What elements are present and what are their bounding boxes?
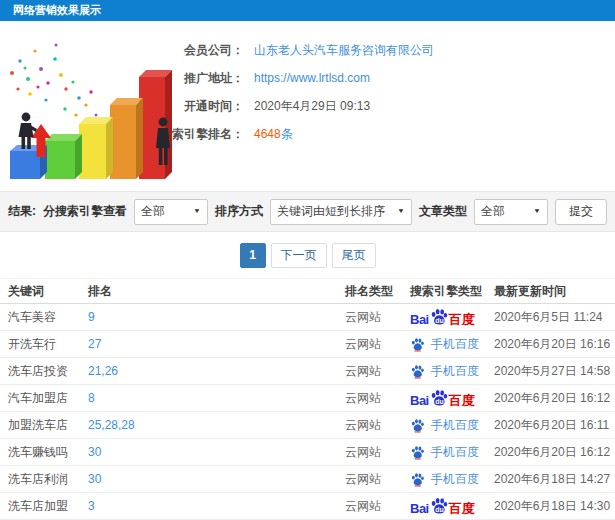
businessman-left <box>19 113 38 149</box>
table-row: 汽车美容 9 云网站 Baidu百度 2020年6月5日 11:24 <box>0 304 615 331</box>
rank-count: 4648 <box>254 127 281 141</box>
member-company-link[interactable]: 山东老人头汽车服务咨询有限公司 <box>254 42 434 59</box>
updated-cell: 2020年6月18日 14:27 <box>494 471 615 488</box>
table-row: 洗车赚钱吗 30 云网站 手机百度 2020年6月20日 16:12 <box>0 439 615 466</box>
keyword-cell: 汽车美容 <box>8 309 88 326</box>
baidu-logo: Baidu百度 <box>410 497 475 515</box>
page-1-button[interactable]: 1 <box>240 243 266 268</box>
rank-type-cell: 云网站 <box>345 498 410 515</box>
baidu-logo-bai: Bai <box>410 502 429 515</box>
mobile-baidu-label: 手机百度 <box>431 444 479 461</box>
chevron-down-icon: ▼ <box>533 208 541 215</box>
table-row: 洗车店投资 21,26 云网站 手机百度 2020年5月27日 14:58 <box>0 358 615 385</box>
table-row: 开洗车行 27 云网站 手机百度 2020年6月20日 16:16 <box>0 331 615 358</box>
table-row: 汽车加盟店 8 云网站 Baidu百度 2020年6月20日 16:12 <box>0 385 615 412</box>
updated-cell: 2020年6月20日 16:12 <box>494 444 615 461</box>
mobile-baidu-paw-icon <box>410 364 425 379</box>
sort-selected: 关键词由短到长排序 <box>277 203 385 220</box>
article-type-select[interactable]: 全部 ▼ <box>474 199 548 225</box>
keyword-cell: 洗车店加盟 <box>8 498 88 515</box>
article-type-selected: 全部 <box>481 203 505 220</box>
chevron-down-icon: ▼ <box>193 208 201 215</box>
baidu-logo-bai: Bai <box>410 394 429 407</box>
rank-link[interactable]: 9 <box>88 310 345 324</box>
engine-cell: 手机百度 <box>410 417 494 434</box>
table-header-row: 关键词 排名 排名类型 搜索引擎类型 最新更新时间 <box>0 279 615 304</box>
growth-chart-illustration <box>0 21 180 191</box>
mobile-baidu-paw-icon <box>410 445 425 460</box>
pagination: 1 下一页 尾页 <box>0 232 615 278</box>
submit-button[interactable]: 提交 <box>555 199 607 225</box>
engine-rank-value: 4648条 <box>254 126 293 143</box>
baidu-paw-icon: du <box>430 497 448 515</box>
updated-cell: 2020年6月20日 16:11 <box>494 417 615 434</box>
titlebar: 网络营销效果展示 <box>0 0 615 21</box>
rank-type-cell: 云网站 <box>345 336 410 353</box>
results-table: 关键词 排名 排名类型 搜索引擎类型 最新更新时间 汽车美容 9 云网站 Bai… <box>0 278 615 520</box>
engine-view-selected: 全部 <box>141 203 165 220</box>
keyword-cell: 洗车赚钱吗 <box>8 444 88 461</box>
engine-cell: Baidu百度 <box>410 308 494 326</box>
updated-cell: 2020年6月18日 14:30 <box>494 498 615 515</box>
baidu-logo: Baidu百度 <box>410 308 475 326</box>
filter-controls: 分搜索引擎查看 全部 ▼ 排序方式 关键词由短到长排序 ▼ 文章类型 全部 ▼ … <box>43 199 607 225</box>
last-page-button[interactable]: 尾页 <box>332 243 376 268</box>
updated-cell: 2020年6月20日 16:12 <box>494 390 615 407</box>
mobile-baidu-label: 手机百度 <box>431 417 479 434</box>
rank-link[interactable]: 30 <box>88 472 345 486</box>
table-row: 洗车店加盟 3 云网站 Baidu百度 2020年6月18日 14:30 <box>0 493 615 520</box>
engine-cell: Baidu百度 <box>410 497 494 515</box>
rank-type-cell: 云网站 <box>345 471 410 488</box>
rank-type-cell: 云网站 <box>345 417 410 434</box>
rank-type-cell: 云网站 <box>345 444 410 461</box>
sort-select[interactable]: 关键词由短到长排序 ▼ <box>270 199 412 225</box>
engine-view-select[interactable]: 全部 ▼ <box>134 199 208 225</box>
updated-cell: 2020年6月20日 16:16 <box>494 336 615 353</box>
mobile-baidu-label: 手机百度 <box>431 336 479 353</box>
article-type-label: 文章类型 <box>419 203 467 220</box>
rank-link[interactable]: 21,26 <box>88 364 345 378</box>
rank-link[interactable]: 30 <box>88 445 345 459</box>
updated-cell: 2020年5月27日 14:58 <box>494 363 615 380</box>
rank-type-cell: 云网站 <box>345 390 410 407</box>
baidu-logo: Baidu百度 <box>410 389 475 407</box>
mobile-baidu-badge: 手机百度 <box>410 363 479 380</box>
mobile-baidu-badge: 手机百度 <box>410 471 479 488</box>
header-updated: 最新更新时间 <box>494 283 615 300</box>
result-label: 结果: <box>8 203 36 220</box>
rank-type-cell: 云网站 <box>345 363 410 380</box>
table-row: 加盟洗车店 25,28,28 云网站 手机百度 2020年6月20日 16:11 <box>0 412 615 439</box>
header-rank: 排名 <box>88 283 345 300</box>
promo-url-row: 推广地址： https://www.lrtlsd.com <box>152 64 615 92</box>
baidu-logo-bai: Bai <box>410 313 429 326</box>
mobile-baidu-paw-icon <box>410 418 425 433</box>
mobile-baidu-label: 手机百度 <box>431 471 479 488</box>
engine-cell: 手机百度 <box>410 444 494 461</box>
mobile-baidu-paw-icon <box>410 472 425 487</box>
page-title: 网络营销效果展示 <box>13 4 101 16</box>
baidu-paw-icon: du <box>430 389 448 407</box>
keyword-cell: 洗车店投资 <box>8 363 88 380</box>
baidu-paw-icon: du <box>430 308 448 326</box>
rank-type-cell: 云网站 <box>345 309 410 326</box>
rank-link[interactable]: 3 <box>88 499 345 513</box>
header-rank-type: 排名类型 <box>345 283 410 300</box>
keyword-cell: 汽车加盟店 <box>8 390 88 407</box>
mobile-baidu-paw-icon <box>410 337 425 352</box>
engine-rank-row: 搜索引擎排名： 4648条 <box>152 120 615 148</box>
rank-link[interactable]: 8 <box>88 391 345 405</box>
filter-bar: 结果: 分搜索引擎查看 全部 ▼ 排序方式 关键词由短到长排序 ▼ 文章类型 全… <box>0 191 615 232</box>
promo-url-link[interactable]: https://www.lrtlsd.com <box>254 71 370 85</box>
top-info-section: 会员公司： 山东老人头汽车服务咨询有限公司 推广地址： https://www.… <box>0 21 615 191</box>
rank-unit: 条 <box>281 127 293 141</box>
member-company-row: 会员公司： 山东老人头汽车服务咨询有限公司 <box>152 36 615 64</box>
mobile-baidu-badge: 手机百度 <box>410 444 479 461</box>
rank-link[interactable]: 27 <box>88 337 345 351</box>
keyword-cell: 加盟洗车店 <box>8 417 88 434</box>
table-row: 洗车店利润 30 云网站 手机百度 2020年6月18日 14:27 <box>0 466 615 493</box>
next-page-button[interactable]: 下一页 <box>271 243 327 268</box>
rank-link[interactable]: 25,28,28 <box>88 418 345 432</box>
mobile-baidu-badge: 手机百度 <box>410 336 479 353</box>
engine-cell: 手机百度 <box>410 336 494 353</box>
engine-cell: 手机百度 <box>410 471 494 488</box>
